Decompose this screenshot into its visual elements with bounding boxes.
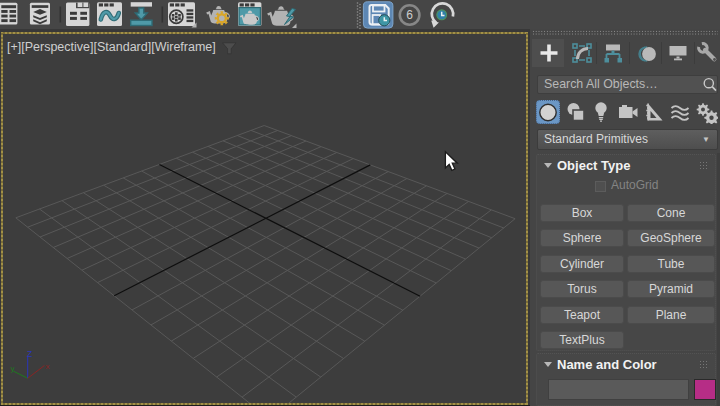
svg-text:x: x bbox=[46, 362, 50, 371]
svg-text:Z: Z bbox=[27, 349, 32, 359]
svg-text:y: y bbox=[11, 364, 15, 373]
svg-text:6: 6 bbox=[406, 8, 413, 22]
